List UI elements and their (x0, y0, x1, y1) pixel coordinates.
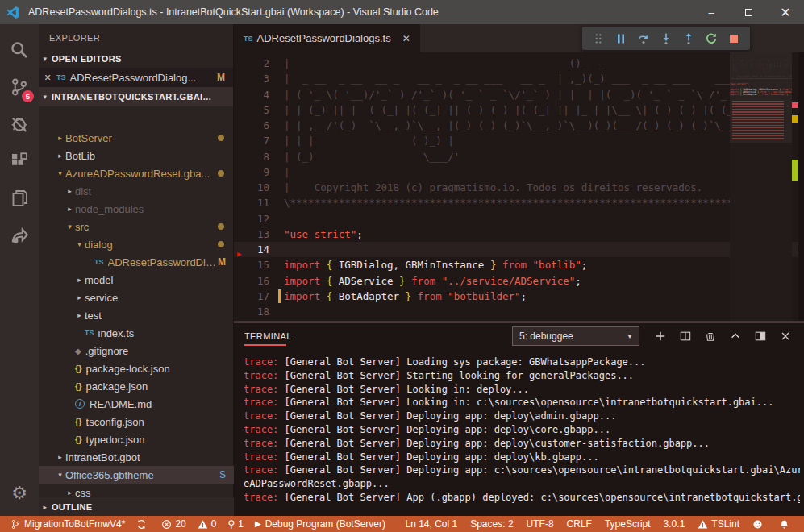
activity-source-control[interactable]: 5 (0, 69, 39, 106)
chevron-down-icon[interactable]: ▾ (55, 169, 65, 177)
activity-share[interactable] (0, 217, 39, 254)
status-tools[interactable]: ⚲1 (227, 518, 243, 530)
panel-layout-button[interactable] (748, 323, 773, 349)
editor-scrollbar[interactable] (798, 52, 804, 321)
status-crlf[interactable]: CRLF (567, 518, 592, 530)
code-line-5[interactable]: 5| | (_) || | ( (_| |( (_| || ( ) ( ) |(… (234, 102, 804, 118)
step-over-button[interactable] (632, 28, 655, 49)
chevron-right-icon[interactable]: ▸ (74, 276, 85, 284)
status-smiley[interactable] (752, 519, 766, 530)
activity-search[interactable] (0, 31, 39, 69)
minimap[interactable]: | ()_ _ | _ __ _ __ __ _ __ _ _ __ ___ _… (730, 52, 792, 321)
tree-item-typedoc-json[interactable]: {}typedoc.json (39, 430, 234, 448)
tree-item-test[interactable]: ▸test (39, 306, 234, 324)
maximize-window-button[interactable] (730, 0, 767, 24)
status-utf-8[interactable]: UTF-8 (527, 518, 554, 530)
settings-gear-icon[interactable]: ⚙ (0, 477, 39, 509)
drag-handle-button[interactable] (587, 28, 610, 49)
activity-extensions[interactable] (0, 143, 39, 180)
terminal-output[interactable]: trace: [General Bot Server] Loading sys … (244, 355, 800, 515)
chevron-right-icon[interactable]: ▸ (55, 152, 65, 160)
code-line-18[interactable]: 18 (234, 304, 804, 319)
tree-item-node-modules[interactable]: ▸node_modules (39, 200, 234, 218)
more-actions-button[interactable] (775, 31, 798, 46)
tree-item-src[interactable]: ▾src (39, 218, 234, 235)
status-sync[interactable] (136, 519, 150, 530)
chevron-down-icon[interactable]: ▾ (65, 222, 75, 231)
split-terminal-button[interactable] (673, 323, 698, 349)
code-line-9[interactable]: 9| (234, 164, 804, 180)
restart-button[interactable] (700, 28, 723, 49)
status-git-branch[interactable]: MigrationToBotFmwV4* (10, 518, 125, 530)
terminal-select[interactable]: 5: debuggee ▼ (512, 326, 639, 346)
tree-item-index-ts[interactable]: TSindex.ts (39, 324, 234, 342)
code-line-15[interactable]: 15import { IGBDialog, GBMinInstance } fr… (234, 257, 804, 272)
chevron-right-icon[interactable]: ▸ (65, 488, 75, 497)
code-line-6[interactable]: 6| | ,__/'(_) `\__,_)`\__, |(_) (_) (_)`… (234, 118, 804, 133)
tree-item-readme-md[interactable]: iREADME.md (39, 395, 234, 413)
code-line-14[interactable]: 14▶ (234, 242, 804, 257)
chevron-up-button[interactable] (723, 323, 748, 349)
tree-item-intranetbot-gbot[interactable]: ▸IntranetBot.gbot (39, 448, 234, 466)
chevron-right-icon[interactable]: ▸ (74, 293, 85, 301)
chevron-right-icon[interactable]: ▸ (65, 205, 75, 213)
stop-button[interactable] (723, 28, 745, 49)
step-into-button[interactable] (655, 28, 677, 49)
chevron-right-icon[interactable]: ▸ (55, 134, 65, 142)
code-line-13[interactable]: 13"use strict"; (234, 227, 804, 242)
kill-terminal-button[interactable] (698, 323, 723, 349)
tree-item-dialog[interactable]: ▾dialog (39, 235, 234, 253)
code-line-17[interactable]: 17import { BotAdapter } from "botbuilder… (234, 289, 804, 304)
open-editors-header[interactable]: ▾ OPEN EDITORS (39, 50, 233, 68)
workspace-header[interactable]: ▾ INTRANETBOTQUICKSTART.GBAI (WORKSPACE) (39, 87, 233, 106)
code-line-8[interactable]: 8| (_) \___/' (234, 149, 804, 164)
code-editor[interactable]: 2| ()_ _3| _ __ _ __ __ _ __ _ _ __ ___ … (234, 52, 804, 321)
tree-item-botserver[interactable]: ▸BotServer (39, 129, 234, 147)
minimize-window-button[interactable]: – (693, 0, 730, 24)
tree-item-office365-gbtheme[interactable]: ▾Office365.gbthemeS (39, 466, 234, 484)
close-panel-button[interactable] (773, 323, 798, 349)
tree-item-package-lock-json[interactable]: {}package-lock.json (39, 360, 234, 377)
status-bell[interactable] (779, 519, 793, 530)
tree-item-tsconfig-json[interactable]: {}tsconfig.json (39, 413, 234, 430)
pause-button[interactable] (610, 28, 632, 49)
tree-item-dist[interactable]: ▸dist (39, 182, 234, 200)
tree-item-botlib[interactable]: ▸BotLib (39, 147, 234, 164)
close-icon[interactable]: ✕ (39, 73, 56, 83)
chevron-right-icon[interactable]: ▸ (55, 453, 65, 461)
status-error-circle[interactable]: 20 (161, 518, 185, 530)
code-line-2[interactable]: 2| ()_ _ (234, 56, 804, 71)
chevron-down-icon[interactable]: ▾ (74, 240, 85, 248)
close-window-button[interactable]: ✕ (767, 0, 804, 24)
tree-item--gitignore[interactable]: ◆.gitignore (39, 342, 234, 360)
code-line-4[interactable]: 4| ( '_ \( '__)/'_` ) /'_` )( '_ ` _ `\/… (234, 87, 804, 102)
tab-adresetpassworddialogs[interactable]: TS ADResetPasswordDialogs.ts ✕ (234, 24, 420, 52)
status-warning-triangle[interactable]: 0 (198, 518, 217, 530)
step-out-button[interactable] (677, 28, 700, 49)
status-typescript[interactable]: TypeScript (605, 518, 651, 530)
open-editor-item[interactable]: ✕ TS ADResetPasswordDialog... M (39, 68, 233, 87)
status-warning-triangle[interactable]: TSLint (698, 518, 739, 530)
tree-item-service[interactable]: ▸service (39, 289, 234, 306)
code-line-7[interactable]: 7| | | ( )_) | (234, 133, 804, 148)
tree-item-package-json[interactable]: {}package.json (39, 377, 234, 395)
tab-terminal[interactable]: TERMINAL (244, 323, 292, 349)
tree-item-azureadpasswordreset-gba-[interactable]: ▾AzureADPasswordReset.gba... (39, 164, 234, 182)
code-line-12[interactable]: 12 (234, 211, 804, 227)
code-line-3[interactable]: 3| _ __ _ __ __ _ __ _ _ __ ___ __ _ | ,… (234, 71, 804, 86)
add-terminal-button[interactable] (648, 323, 673, 349)
code-line-16[interactable]: 16import { ADService } from "../service/… (234, 273, 804, 289)
status-3-0-1[interactable]: 3.0.1 (664, 518, 685, 530)
activity-debug[interactable] (0, 106, 39, 143)
status-play[interactable]: ▶Debug Program (BotServer) (255, 518, 385, 530)
close-icon[interactable]: ✕ (402, 33, 410, 44)
chevron-down-icon[interactable]: ▾ (55, 471, 65, 479)
outline-header[interactable]: ▸ OUTLINE (39, 497, 234, 516)
chevron-right-icon[interactable]: ▸ (74, 311, 85, 319)
code-line-11[interactable]: 11\*************************************… (234, 195, 804, 210)
status-ln-14-col-1[interactable]: Ln 14, Col 1 (405, 518, 457, 530)
status-spaces-2[interactable]: Spaces: 2 (470, 518, 513, 530)
tree-item-adresetpassworddial-[interactable]: TSADResetPasswordDial...M (39, 253, 234, 271)
chevron-right-icon[interactable]: ▸ (65, 187, 75, 195)
tree-item-model[interactable]: ▸model (39, 271, 234, 289)
